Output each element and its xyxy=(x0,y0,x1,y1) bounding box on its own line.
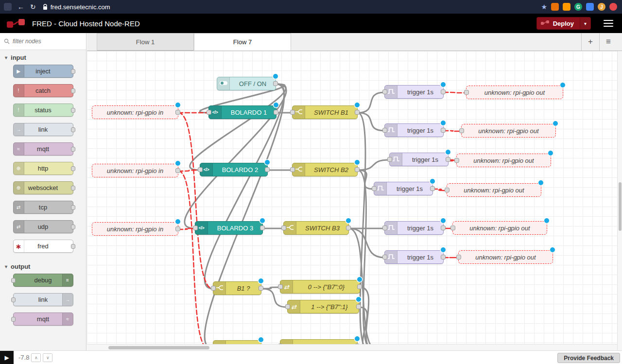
extension-rss-icon[interactable] xyxy=(563,3,570,11)
flow-node-bolardo-1[interactable]: </>BOLARDO 1 xyxy=(208,105,276,119)
output-port[interactable] xyxy=(265,167,270,172)
flow-node-1-b7-1[interactable]: ⇄1 --> {"B7":1} xyxy=(287,300,359,313)
flow-node-switch-b2[interactable]: SWITCH B2 xyxy=(292,163,358,176)
flow-node-unknown-rpi-gpio-out[interactable]: unknown: rpi-gpio out xyxy=(461,124,556,138)
input-port[interactable] xyxy=(290,167,295,172)
tab-flow-1[interactable]: Flow 1 xyxy=(97,33,194,51)
flow-list-button[interactable]: ≡ xyxy=(599,33,617,51)
flow-node-unknown-rpi-gpio-out[interactable]: unknown: rpi-gpio out xyxy=(452,221,547,235)
flow-node-switch-b1[interactable]: SWITCH B1 xyxy=(292,105,358,119)
extension-icon-1[interactable] xyxy=(551,3,559,11)
flow-node-switch-b3[interactable]: SWITCH B3 xyxy=(283,221,349,235)
flow-node-unknown-rpi-gpio-out[interactable]: unknown: rpi-gpio out xyxy=(458,250,553,264)
palette-node-link[interactable]: →link xyxy=(13,123,73,136)
input-port[interactable] xyxy=(464,90,469,95)
palette-section-output[interactable]: ▾output xyxy=(0,259,86,274)
output-port[interactable] xyxy=(355,110,360,115)
palette-node-fred[interactable]: ∗fred xyxy=(13,240,73,253)
flow-node-unknown-rpi-gpio-in[interactable]: unknown: rpi-gpio in xyxy=(92,164,178,177)
output-port[interactable] xyxy=(441,128,446,133)
output-port[interactable] xyxy=(357,284,362,289)
palette-node-websocket[interactable]: ⊕websocket xyxy=(13,181,73,194)
input-port[interactable] xyxy=(382,225,387,230)
bookmark-star-icon[interactable]: ★ xyxy=(541,3,547,11)
flow-node-bolardo-2[interactable]: </>BOLARDO 2 xyxy=(200,163,268,176)
input-port[interactable] xyxy=(285,304,290,309)
flow-node-trigger-1s[interactable]: trigger 1s xyxy=(389,153,449,166)
input-port[interactable] xyxy=(459,128,464,133)
horizontal-scrollbar[interactable] xyxy=(87,344,617,350)
input-port[interactable] xyxy=(456,255,461,260)
flow-node-trigger-1s[interactable]: trigger 1s xyxy=(384,221,444,235)
flow-node-off-on[interactable]: OFF / ON xyxy=(217,77,276,90)
output-port[interactable] xyxy=(273,81,278,86)
provide-feedback-button[interactable]: Provide Feedback xyxy=(557,353,620,363)
palette-node-status[interactable]: !status xyxy=(13,104,73,117)
palette-node-mqtt[interactable]: ≈mqtt xyxy=(13,312,73,326)
output-port[interactable] xyxy=(274,110,278,115)
flow-node-b1[interactable]: B1 ? xyxy=(213,281,261,295)
output-port[interactable] xyxy=(430,186,435,191)
palette-node-mqtt[interactable]: ≈mqtt xyxy=(13,142,73,156)
palette-node-http[interactable]: ⊕http xyxy=(13,162,73,175)
back-icon[interactable]: ← xyxy=(17,3,24,11)
input-port[interactable] xyxy=(387,157,392,162)
add-flow-button[interactable]: + xyxy=(581,33,599,51)
horizontal-scrollbar-thumb[interactable] xyxy=(108,346,209,349)
deploy-button[interactable]: Deploy ▾ xyxy=(536,17,591,30)
output-port[interactable] xyxy=(446,157,450,162)
extension-grammarly-icon[interactable]: G xyxy=(574,3,582,11)
menu-icon[interactable] xyxy=(604,20,613,27)
zoom-up-button[interactable]: ∧ xyxy=(31,353,41,362)
input-port[interactable] xyxy=(382,128,387,133)
output-port[interactable] xyxy=(441,225,446,230)
flow-node-unknown-rpi-gpio-out[interactable]: unknown: rpi-gpio out xyxy=(466,86,563,99)
tab-flow-7[interactable]: Flow 7 xyxy=(194,33,291,51)
input-port[interactable] xyxy=(454,158,459,163)
flow-node-trigger-1s[interactable]: trigger 1s xyxy=(384,250,444,264)
palette-node-debug[interactable]: ≡debug xyxy=(13,274,73,287)
output-port[interactable] xyxy=(441,255,446,260)
input-port[interactable] xyxy=(290,110,295,115)
filter-nodes-input[interactable] xyxy=(13,38,76,45)
browser-tab-icon[interactable] xyxy=(4,3,12,11)
input-port[interactable] xyxy=(198,167,203,172)
flow-node-unknown-rpi-gpio-in[interactable]: unknown: rpi-gpio in xyxy=(92,105,178,119)
input-port[interactable] xyxy=(382,255,387,260)
input-port[interactable] xyxy=(193,225,198,230)
palette-node-tcp[interactable]: ⇄tcp xyxy=(13,201,73,214)
record-icon[interactable] xyxy=(609,3,617,11)
input-port[interactable] xyxy=(211,286,216,291)
flow-node-0-b7-0[interactable]: ⇄0 --> {"B7":0} xyxy=(280,280,360,294)
reload-icon[interactable]: ↻ xyxy=(30,3,36,11)
palette-filter[interactable] xyxy=(0,33,86,50)
deploy-dropdown-caret[interactable]: ▾ xyxy=(580,17,590,29)
flow-node-bolardo-3[interactable]: </>BOLARDO 3 xyxy=(195,221,263,235)
vertical-scrollbar-thumb[interactable] xyxy=(619,182,622,231)
input-port[interactable] xyxy=(382,89,387,94)
input-port[interactable] xyxy=(450,225,455,230)
input-port[interactable] xyxy=(372,186,377,191)
profile-avatar[interactable]: J xyxy=(598,3,605,11)
output-port[interactable] xyxy=(175,226,180,231)
flow-node-unknown-rpi-gpio-out[interactable]: unknown: rpi-gpio out xyxy=(456,154,551,167)
flow-node-trigger-1s[interactable]: trigger 1s xyxy=(384,85,444,99)
flow-canvas[interactable]: OFF / ONunknown: rpi-gpio in</>BOLARDO 1… xyxy=(87,51,617,350)
output-port[interactable] xyxy=(441,89,446,94)
palette-section-input[interactable]: ▾input xyxy=(0,50,86,65)
flow-node-unknown-rpi-gpio-in[interactable]: unknown: rpi-gpio in xyxy=(92,222,178,236)
output-port[interactable] xyxy=(259,286,263,291)
palette-toggle-button[interactable]: ▶ xyxy=(0,351,14,364)
address-bar[interactable]: fred.sensetecnic.com xyxy=(43,3,110,11)
zoom-down-button[interactable]: ∨ xyxy=(43,353,52,362)
output-port[interactable] xyxy=(175,110,180,115)
input-port[interactable] xyxy=(281,225,286,230)
flow-node-unknown-rpi-gpio-out[interactable]: unknown: rpi-gpio out xyxy=(447,183,541,197)
output-port[interactable] xyxy=(346,225,351,230)
vertical-scrollbar[interactable] xyxy=(617,51,622,350)
flow-node-trigger-1s[interactable]: trigger 1s xyxy=(384,123,444,137)
output-port[interactable] xyxy=(355,167,360,172)
input-port[interactable] xyxy=(207,110,211,115)
output-port[interactable] xyxy=(356,304,361,309)
output-port[interactable] xyxy=(175,168,180,173)
